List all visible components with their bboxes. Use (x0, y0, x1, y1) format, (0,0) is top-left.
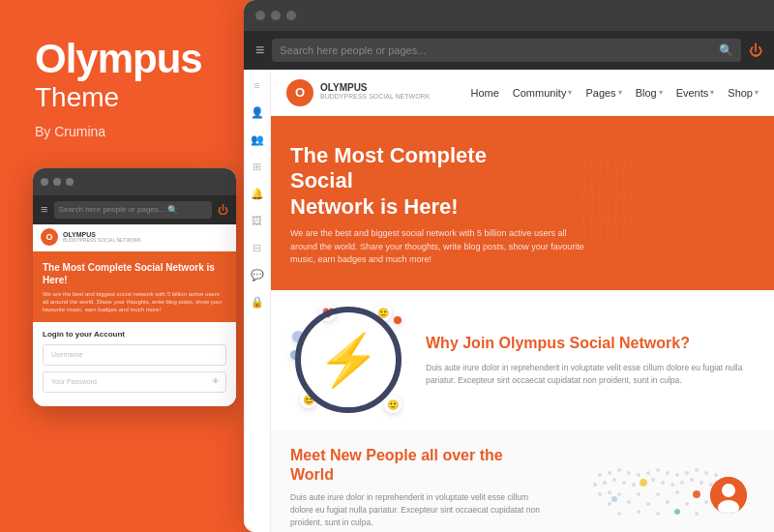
sidebar-icon-bell[interactable]: 🔔 (248, 184, 267, 203)
sidebar-icon-grid[interactable]: ⊟ (248, 238, 267, 257)
phone-dot-2 (53, 178, 61, 186)
site-content: O OLYMPUS BUDDYPRESS SOCIAL NETWORK Home… (271, 70, 774, 532)
svg-point-31 (700, 481, 703, 485)
svg-point-29 (680, 481, 684, 485)
browser-power-icon: ⏻ (749, 43, 762, 58)
phone-logo-circle: O (41, 228, 58, 246)
nav-item-community[interactable]: Community ▾ (513, 87, 573, 99)
svg-point-26 (651, 478, 655, 482)
brand-by: By Crumina (35, 124, 205, 139)
browser-dot-1 (255, 11, 265, 20)
svg-point-43 (627, 500, 631, 504)
map-area (561, 446, 755, 521)
why-title: Why Join Olympus Social Network? (426, 334, 755, 354)
svg-point-14 (666, 471, 670, 475)
svg-point-39 (675, 490, 679, 494)
svg-point-35 (608, 490, 611, 494)
phone-password-field[interactable]: Your Password 👁 (43, 371, 226, 393)
chevron-icon: ▾ (568, 88, 572, 97)
left-panel: Olympus Theme By Crumina ≡ Search here p… (0, 0, 240, 532)
svg-point-54 (693, 490, 700, 498)
sidebar-icon-menu[interactable]: ≡ (248, 75, 267, 95)
sidebar-icon-image[interactable]: 🖼 (248, 211, 267, 230)
phone-search-bar[interactable]: Search here people or pages... 🔍 (54, 201, 212, 219)
svg-point-8 (608, 471, 611, 475)
site-nav: Home Community ▾ Pages ▾ Blog ▾ Events ▾ (470, 87, 759, 99)
why-text: Duis aute irure dolor in reprehenderit i… (426, 362, 755, 387)
phone-hero-text: We are the best and biggest social netwo… (43, 290, 226, 314)
svg-point-12 (646, 471, 650, 475)
hero-bg-pattern: 0 1 0 1 1 0 1 1 0 0 1 0 1 0 0 1 1 0 0 1 … (580, 116, 774, 290)
svg-point-38 (656, 492, 660, 496)
emoji-dot-smile-3: 🙂 (384, 396, 402, 413)
svg-point-28 (670, 483, 674, 487)
phone-hero-title: The Most Complete Social Network is Here… (43, 261, 226, 286)
svg-point-13 (656, 468, 660, 472)
phone-hero: The Most Complete Social Network is Here… (33, 251, 236, 322)
brand-title: Olympus (35, 39, 205, 79)
svg-point-16 (685, 471, 689, 475)
browser-menu-icon[interactable]: ≡ (255, 42, 264, 59)
avatar-svg (710, 477, 747, 514)
svg-point-47 (704, 500, 708, 504)
svg-text:1 0 0 1 0 1 0: 1 0 0 1 0 1 0 (580, 169, 635, 180)
lightning-bolt-icon: ⚡ (317, 335, 380, 385)
phone-search-text: Search here people or pages... (59, 205, 165, 214)
svg-point-30 (690, 478, 694, 482)
sidebar-icon-people[interactable]: 👥 (248, 130, 267, 149)
phone-power-icon: ⏻ (218, 204, 228, 216)
svg-point-56 (674, 509, 680, 515)
main-mockup: ≡ Search here people or pages... 🔍 ⏻ ≡ 👤… (244, 0, 774, 532)
hero-text: We are the best and biggest social netwo… (290, 227, 590, 267)
phone-eye-icon: 👁 (212, 377, 220, 386)
svg-point-34 (598, 492, 602, 496)
lightning-circle: ⚡ (295, 307, 402, 413)
svg-point-44 (646, 502, 650, 506)
nav-item-blog[interactable]: Blog ▾ (636, 87, 663, 99)
sidebar-icon-group[interactable]: ⊞ (248, 157, 267, 176)
svg-point-53 (640, 479, 647, 487)
hero-title: The Most Complete SocialNetwork is Here! (290, 143, 542, 220)
sidebar-icon-lock[interactable]: 🔒 (248, 292, 267, 311)
svg-point-55 (611, 496, 617, 502)
svg-text:0 1 0 1 1 0 1: 0 1 0 1 1 0 1 (580, 158, 635, 168)
site-logo-circle: O (286, 79, 313, 106)
svg-point-42 (608, 502, 611, 506)
svg-point-10 (627, 471, 631, 475)
browser-search-container[interactable]: Search here people or pages... 🔍 (272, 39, 741, 62)
brand-subtitle: Theme (35, 81, 205, 114)
svg-point-9 (617, 468, 621, 472)
svg-point-45 (666, 500, 670, 504)
phone-login-section: Login to your Account Username Your Pass… (33, 322, 236, 406)
phone-username-field[interactable]: Username (43, 344, 226, 366)
chevron-icon: ▾ (659, 88, 663, 97)
why-section: Why Join Olympus Social Network? Duis au… (426, 334, 755, 386)
sidebar-icon-chat[interactable]: 💬 (248, 265, 267, 284)
browser-dot-3 (286, 11, 296, 20)
browser-search-icon[interactable]: 🔍 (719, 44, 733, 57)
phone-search-icon: 🔍 (167, 205, 178, 215)
site-logo-text-area: OLYMPUS BUDDYPRESS SOCIAL NETWORK (320, 83, 430, 101)
svg-point-46 (685, 502, 689, 506)
nav-item-shop[interactable]: Shop ▾ (728, 87, 759, 99)
svg-point-49 (637, 510, 640, 514)
svg-text:0 1 1 0 0 1 1: 0 1 1 0 0 1 1 (580, 181, 635, 192)
svg-point-52 (695, 512, 699, 516)
nav-item-home[interactable]: Home (470, 87, 498, 99)
phone-title-bar (33, 168, 236, 195)
svg-point-24 (632, 483, 636, 487)
svg-point-7 (598, 473, 602, 477)
svg-point-11 (637, 473, 640, 477)
svg-point-58 (722, 484, 735, 497)
svg-point-17 (695, 468, 699, 472)
phone-logo-bar: O OLYMPUS BUDDYPRESS SOCIAL NETWORK (33, 224, 236, 251)
nav-item-pages[interactable]: Pages ▾ (585, 87, 621, 99)
chevron-icon: ▾ (755, 88, 759, 97)
chevron-icon: ▾ (618, 88, 622, 97)
nav-item-events[interactable]: Events ▾ (676, 87, 715, 99)
phone-logo-text: OLYMPUS BUDDYPRESS SOCIAL NETWORK (63, 231, 141, 243)
phone-dot-1 (41, 178, 48, 186)
hero-section: 0 1 0 1 1 0 1 1 0 0 1 0 1 0 0 1 1 0 0 1 … (271, 116, 774, 290)
svg-point-20 (593, 483, 597, 487)
sidebar-icon-person[interactable]: 👤 (248, 103, 267, 122)
